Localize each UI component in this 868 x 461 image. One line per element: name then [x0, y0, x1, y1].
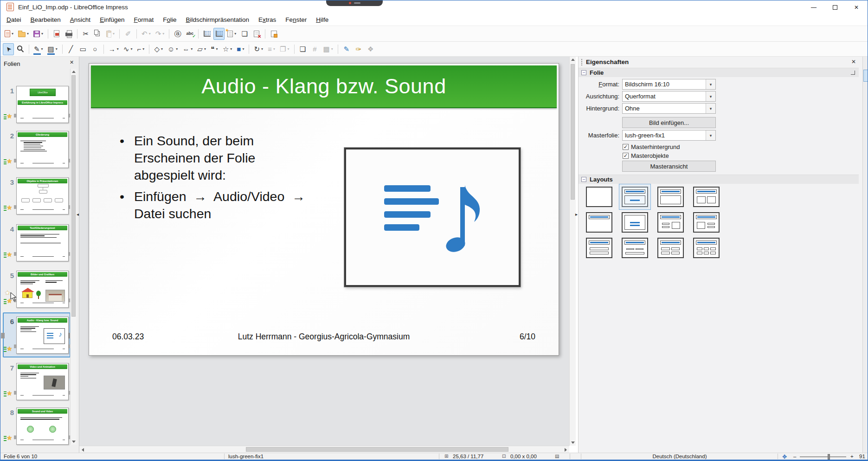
slide-thumb-canvas[interactable]: Objekte in Präsentationen: [16, 177, 69, 214]
section-layouts-header[interactable]: – Layouts: [579, 175, 859, 184]
callouts-button[interactable]: ❝▾: [209, 43, 220, 55]
3d-objects-button[interactable]: ■▾: [235, 43, 246, 55]
canvas-horizontal-scrollbar[interactable]: [79, 446, 569, 453]
layout-title-content[interactable]: [622, 187, 648, 207]
gluepoints-button[interactable]: ✑: [353, 43, 364, 55]
panel-grip-icon[interactable]: [581, 59, 582, 65]
orientation-select[interactable]: Querformat ▾: [622, 91, 716, 102]
insert-line-button[interactable]: ╱: [65, 43, 77, 55]
menu-fenster[interactable]: Fenster: [281, 14, 311, 25]
export-pdf-button[interactable]: [51, 28, 62, 40]
dropdown-arrow-icon[interactable]: ▾: [273, 47, 275, 51]
zoom-button[interactable]: [15, 43, 26, 55]
selection-handle[interactable]: [1, 333, 5, 338]
menu-extras[interactable]: Extras: [254, 14, 281, 25]
master-slide-status[interactable]: lush-green-fix1: [228, 454, 264, 459]
slide-thumbnail-5[interactable]: 5 Bilder und Grafiken ★ ★: [0, 271, 79, 308]
dropdown-arrow-icon[interactable]: ▾: [242, 47, 244, 51]
slide-thumbnail-6-selected[interactable]: 6 Audio - Klang bzw. Sound ♪ ★: [0, 317, 79, 354]
master-objects-checkbox[interactable]: ✓ Masterobjekte: [623, 152, 669, 159]
zoom-slider-thumb[interactable]: [828, 454, 830, 460]
slide-properties-button[interactable]: [268, 28, 279, 40]
collapse-left-panel-button[interactable]: ◂: [77, 212, 79, 217]
connectors-button[interactable]: ⌐▾: [135, 43, 146, 55]
menu-einfgen[interactable]: Einfügen: [95, 14, 129, 25]
dropdown-arrow-icon[interactable]: ▾: [331, 47, 333, 51]
dropdown-arrow-icon[interactable]: ▾: [161, 47, 163, 51]
slide-thumb-canvas[interactable]: Sound und Video: [16, 408, 69, 445]
layout-title-content-box[interactable]: [657, 187, 684, 207]
cut-button[interactable]: ✂: [80, 28, 91, 40]
slide-thumbnail-3[interactable]: 3 Objekte in Präsentationen ★: [0, 177, 79, 214]
footer-text[interactable]: Lutz Herrmann - Georgius-Agricola-Gymnas…: [89, 332, 559, 342]
display-grid-button[interactable]: [201, 28, 212, 40]
dropdown-arrow-icon[interactable]: ▾: [261, 47, 263, 51]
document-modified-icon[interactable]: ▤: [555, 454, 559, 459]
chevron-down-icon[interactable]: ▾: [706, 130, 715, 140]
copy-button[interactable]: [92, 28, 103, 40]
slide-editing-area[interactable]: Audio - Klang bzw. Sound Ein Sound, der …: [89, 63, 559, 356]
dropdown-arrow-icon[interactable]: ▾: [117, 47, 119, 51]
master-slide-select[interactable]: lush-green-fix1 ▾: [622, 130, 716, 141]
scrollbar-thumb[interactable]: [571, 64, 575, 200]
slide-content-placeholder[interactable]: Ein Sound, der beim Erscheinen der Folie…: [134, 132, 307, 227]
checkbox-checked-icon[interactable]: ✓: [623, 153, 629, 159]
new-document-button[interactable]: ▾: [3, 28, 15, 40]
select-button[interactable]: ➤: [3, 43, 14, 55]
print-button[interactable]: [63, 28, 74, 40]
edit-points-button[interactable]: ✎: [341, 43, 352, 55]
dropdown-arrow-icon[interactable]: ▾: [234, 32, 236, 36]
workspace[interactable]: Audio - Klang bzw. Sound Ein Sound, der …: [79, 57, 569, 446]
properties-close-button[interactable]: ✕: [851, 58, 856, 65]
menu-hilfe[interactable]: Hilfe: [311, 14, 333, 25]
language-status[interactable]: Deutsch (Deutschland): [585, 454, 775, 459]
fit-slide-icon[interactable]: ✥: [782, 454, 787, 460]
chevron-down-icon[interactable]: ▾: [706, 104, 715, 113]
canvas-vertical-scrollbar[interactable]: [569, 57, 576, 446]
spelling-button[interactable]: abc: [184, 28, 195, 40]
collapse-right-panel-button[interactable]: ▸: [575, 212, 578, 217]
sidebar-tab-properties[interactable]: [863, 70, 868, 82]
delete-slide-button[interactable]: [251, 28, 262, 40]
find-replace-button[interactable]: ⓐ: [172, 28, 183, 40]
audio-image-object[interactable]: [344, 148, 521, 287]
dropdown-arrow-icon[interactable]: ▾: [41, 32, 43, 36]
dropdown-arrow-icon[interactable]: ▾: [142, 47, 144, 51]
slide-thumbnail-4[interactable]: 4 Text/Gliederungstext ★: [0, 224, 79, 261]
dropdown-arrow-icon[interactable]: ▾: [230, 47, 232, 51]
slide-panel-scrollbar[interactable]: [70, 69, 77, 445]
layout-title-6content[interactable]: [693, 238, 720, 258]
scroll-down-icon[interactable]: [72, 441, 76, 443]
symbol-shapes-button[interactable]: ☺▾: [166, 43, 180, 55]
collapse-section-icon[interactable]: –: [581, 177, 586, 182]
slide-thumbnail-7[interactable]: 7 Video und Animation ★: [0, 363, 79, 400]
background-select[interactable]: Ohne ▾: [622, 103, 716, 114]
slide-thumbnail-1[interactable]: 1 LibreOffice Einführung in LibreOffice …: [0, 86, 79, 123]
menu-format[interactable]: Format: [129, 14, 158, 25]
layout-title-2content[interactable]: [693, 187, 720, 207]
dropdown-arrow-icon[interactable]: ▾: [113, 32, 115, 36]
menu-datei[interactable]: Datei: [2, 14, 26, 25]
dropdown-arrow-icon[interactable]: ▾: [191, 47, 193, 51]
snap-to-grid-button[interactable]: [213, 28, 225, 40]
slide-thumb-canvas[interactable]: Audio - Klang bzw. Sound ♪: [16, 317, 69, 354]
duplicate-slide-button[interactable]: ❏: [239, 28, 250, 40]
master-background-checkbox[interactable]: ✓ Masterhintergrund: [623, 143, 680, 150]
open-button[interactable]: ▾: [16, 28, 31, 40]
dropdown-arrow-icon[interactable]: ▾: [287, 47, 289, 51]
format-select[interactable]: Bildschirm 16:10 ▾: [622, 79, 716, 90]
dropdown-arrow-icon[interactable]: ▾: [130, 47, 132, 51]
basic-shapes-button[interactable]: ◇▾: [152, 43, 165, 55]
new-slide-button[interactable]: ▾: [225, 28, 238, 40]
scroll-left-icon[interactable]: [82, 448, 84, 452]
block-arrows-button[interactable]: ⇔▾: [180, 43, 194, 55]
layout-title-2content-over-content[interactable]: [622, 238, 648, 258]
layout-title-4content[interactable]: [657, 238, 684, 258]
shadow-button[interactable]: ❏: [297, 43, 309, 55]
layout-title-content-over-content[interactable]: [586, 238, 612, 258]
scrollbar-thumb[interactable]: [71, 75, 76, 317]
dropdown-arrow-icon[interactable]: ▾: [162, 32, 164, 36]
layout-content-2content[interactable]: [693, 212, 720, 233]
zoom-percentage[interactable]: 91: [859, 454, 865, 459]
layout-blank[interactable]: [586, 187, 612, 207]
